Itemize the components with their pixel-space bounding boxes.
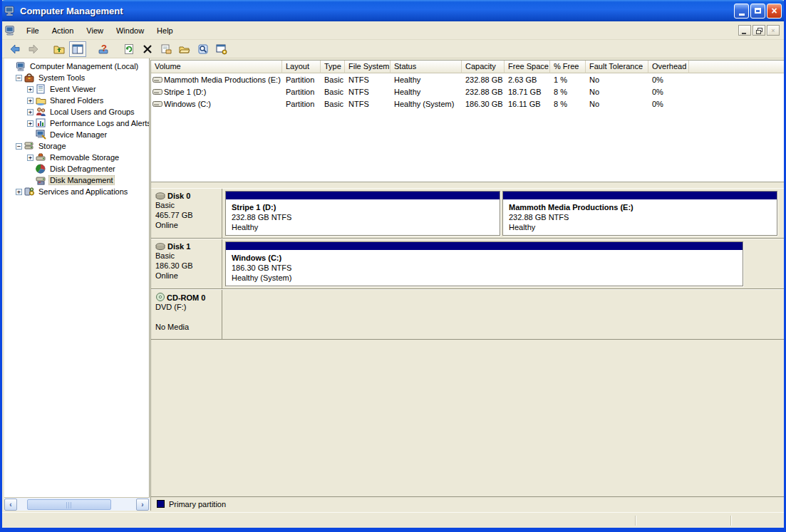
disk-graphical-view: Disk 0 Basic 465.77 GB Online Stripe 1 (…: [150, 182, 786, 496]
forward-icon: [28, 43, 39, 55]
expand-expander[interactable]: +: [27, 109, 33, 115]
menu-bar: File Action View Window Help ×: [2, 21, 784, 40]
column-header-status[interactable]: Status: [391, 61, 462, 73]
back-icon: [9, 43, 21, 55]
cdrom-0-row: CD-ROM 0 DVD (F:) No Media: [151, 289, 786, 340]
column-header-volume[interactable]: Volume: [151, 61, 282, 73]
tree-item-computer-management[interactable]: Computer Management (Local): [4, 61, 149, 72]
tree-item-disk-management[interactable]: Disk Management: [4, 174, 149, 186]
legend-label: Primary partition: [169, 500, 226, 508]
volume-icon: [152, 100, 162, 108]
mdi-close-button[interactable]: ×: [767, 25, 780, 36]
views-icon: [216, 43, 227, 55]
column-header-fault-tolerance[interactable]: Fault Tolerance: [586, 61, 648, 73]
volume-row-e[interactable]: Mammoth Media Productions (E:) Partition…: [151, 73, 785, 85]
computer-management-window: Computer Management × File Action View W…: [0, 0, 786, 532]
collapse-expander[interactable]: −: [16, 143, 22, 150]
minimize-button[interactable]: [734, 4, 749, 19]
scroll-left-button[interactable]: ‹: [4, 499, 17, 511]
disk-icon: [155, 243, 166, 251]
disk-0-row: Disk 0 Basic 465.77 GB Online Stripe 1 (…: [151, 188, 786, 239]
tree-item-performance-logs[interactable]: + Performance Logs and Alerts: [4, 118, 149, 129]
mdi-system-icon[interactable]: [5, 25, 16, 36]
open-folder-button[interactable]: [176, 41, 193, 57]
menu-action[interactable]: Action: [46, 24, 81, 38]
disk-icon: [155, 192, 166, 200]
app-icon: [4, 5, 16, 16]
expand-expander[interactable]: +: [27, 120, 33, 127]
volume-icon: [152, 76, 162, 83]
show-hide-console-tree-button[interactable]: [69, 41, 86, 57]
views-button[interactable]: [213, 41, 230, 57]
partition-windows-c[interactable]: Windows (C:) 186.30 GB NTFS Healthy (Sys…: [225, 241, 743, 286]
search-icon: [197, 43, 209, 55]
mdi-restore-button[interactable]: [753, 25, 765, 36]
collapse-expander[interactable]: −: [16, 75, 22, 81]
tree-item-storage[interactable]: − Storage: [4, 140, 149, 152]
volume-row-d[interactable]: Stripe 1 (D:) Partition Basic NTFS Healt…: [151, 85, 785, 98]
menu-view[interactable]: View: [80, 24, 110, 38]
users-icon: [36, 107, 46, 117]
partition-stripe1-d[interactable]: Stripe 1 (D:) 232.88 GB NTFS Healthy: [225, 191, 500, 236]
column-header-overhead[interactable]: Overhead: [648, 61, 689, 73]
back-button[interactable]: [6, 41, 24, 57]
scrollbar-thumb[interactable]: [27, 499, 111, 510]
column-header-pct-free[interactable]: % Free: [550, 61, 586, 73]
console-tree-icon: [72, 43, 83, 55]
volume-row-c[interactable]: Windows (C:) Partition Basic NTFS Health…: [151, 98, 785, 110]
tree-item-disk-defragmenter[interactable]: Disk Defragmenter: [4, 163, 149, 174]
tree-item-event-viewer[interactable]: + Event Viewer: [4, 83, 149, 95]
disk-1-label[interactable]: Disk 1 Basic 186.30 GB Online: [151, 239, 222, 288]
expand-expander[interactable]: +: [27, 98, 33, 104]
title-bar[interactable]: Computer Management ×: [0, 0, 786, 21]
column-header-type[interactable]: Type: [321, 61, 345, 73]
search-button[interactable]: [195, 41, 212, 57]
tree-item-system-tools[interactable]: − System Tools: [4, 72, 149, 83]
column-header-layout[interactable]: Layout: [282, 61, 321, 73]
tree-item-device-manager[interactable]: Device Manager: [4, 129, 149, 140]
services-icon: [24, 187, 35, 197]
tree-item-services-and-applications[interactable]: + Services and Applications: [4, 186, 149, 197]
scroll-right-button[interactable]: ›: [136, 499, 149, 511]
properties-button[interactable]: [157, 41, 175, 57]
expand-expander[interactable]: +: [27, 155, 33, 161]
system-tools-icon: [24, 73, 35, 83]
disk-0-label[interactable]: Disk 0 Basic 465.77 GB Online: [151, 189, 222, 238]
primary-partition-strip: [503, 192, 777, 199]
up-folder-icon: [53, 43, 65, 55]
help-button[interactable]: ?: [95, 41, 112, 57]
forward-button[interactable]: [25, 41, 42, 57]
svg-text:?: ?: [101, 43, 107, 53]
cdrom-0-media-area: [222, 290, 786, 339]
column-header-free-space[interactable]: Free Space: [505, 61, 550, 73]
refresh-button[interactable]: [120, 41, 138, 57]
primary-partition-strip: [226, 242, 743, 250]
close-button[interactable]: ×: [767, 4, 782, 19]
expand-expander[interactable]: +: [27, 86, 33, 93]
column-header-capacity[interactable]: Capacity: [462, 61, 505, 73]
menu-window[interactable]: Window: [110, 24, 150, 38]
expand-expander[interactable]: +: [16, 189, 22, 195]
cdrom-0-label[interactable]: CD-ROM 0 DVD (F:) No Media: [151, 290, 222, 339]
menu-help[interactable]: Help: [150, 24, 180, 38]
device-manager-icon: [36, 130, 46, 140]
partition-mammoth-e[interactable]: Mammoth Media Productions (E:) 232.88 GB…: [502, 191, 777, 236]
removable-storage-icon: [36, 152, 46, 162]
open-folder-icon: [179, 43, 190, 55]
column-header-file-system[interactable]: File System: [345, 61, 391, 73]
disk-1-row: Disk 1 Basic 186.30 GB Online Windows (C…: [151, 239, 786, 289]
tree-item-removable-storage[interactable]: + Removable Storage: [4, 152, 149, 163]
primary-partition-strip: [226, 192, 500, 199]
volume-list-header: Volume Layout Type File System Status Ca…: [151, 61, 785, 73]
tree-item-local-users-and-groups[interactable]: + Local Users and Groups: [4, 106, 149, 118]
tree-item-shared-folders[interactable]: + Shared Folders: [4, 95, 149, 106]
volume-list: Volume Layout Type File System Status Ca…: [150, 60, 786, 182]
volume-icon: [152, 88, 162, 95]
menu-file[interactable]: File: [20, 24, 46, 38]
delete-button[interactable]: [139, 41, 156, 57]
tree-horizontal-scrollbar[interactable]: ‹ ›: [4, 497, 150, 511]
primary-partition-swatch: [157, 500, 165, 508]
maximize-button[interactable]: [750, 4, 765, 19]
mdi-minimize-button[interactable]: [738, 25, 751, 36]
up-one-level-button[interactable]: [51, 41, 68, 57]
